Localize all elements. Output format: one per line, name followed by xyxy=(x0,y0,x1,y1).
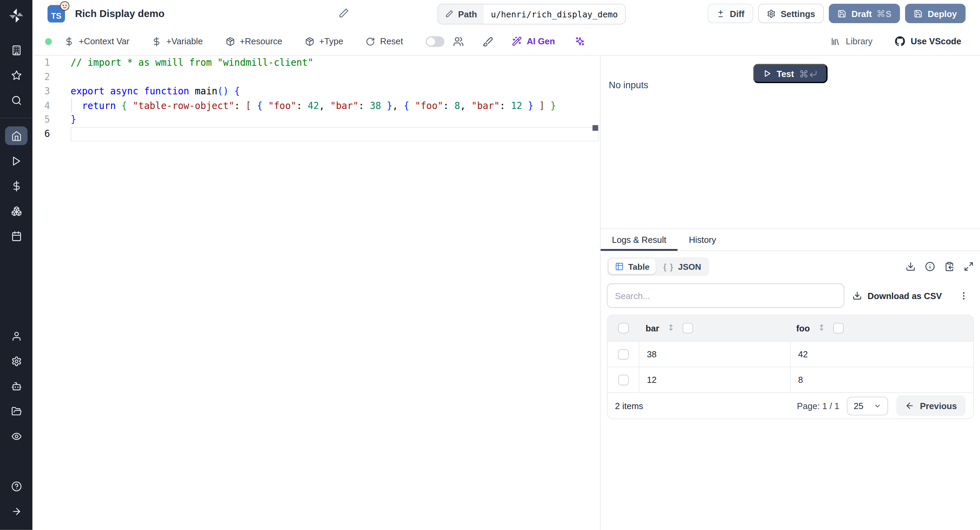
top-header: TS Rich Display demo Path u/henri/rich_ xyxy=(33,0,980,27)
ai-gen-button[interactable]: AI Gen xyxy=(512,37,555,46)
maximize-icon[interactable] xyxy=(964,262,974,271)
path-value: u/henri/rich_display_demo xyxy=(484,5,625,24)
sparkles-icon[interactable] xyxy=(575,37,585,46)
star-icon xyxy=(11,70,21,80)
column-select-checkbox[interactable] xyxy=(833,323,843,334)
row-checkbox[interactable] xyxy=(618,374,628,385)
code-line-4[interactable]: 4 return { "table-row-object": [ { "foo"… xyxy=(33,99,600,113)
settings-icon xyxy=(11,356,21,366)
result-tabs: Logs & Result History xyxy=(601,229,980,251)
gear-icon xyxy=(767,9,776,18)
draft-button[interactable]: Draft S xyxy=(829,4,900,23)
previous-page-button[interactable]: Previous xyxy=(896,396,966,416)
sidebar-item-folder-open[interactable] xyxy=(5,402,27,420)
sidebar-item-home[interactable] xyxy=(5,126,27,145)
settings-button[interactable]: Settings xyxy=(758,4,824,23)
sidebar-item-settings[interactable] xyxy=(5,351,27,370)
path-field[interactable]: Path u/henri/rich_display_demo xyxy=(438,4,625,24)
help-icon xyxy=(11,481,21,492)
code-line-6[interactable]: 6 xyxy=(33,127,600,141)
use-vscode-button[interactable]: Use VScode xyxy=(895,37,961,46)
toolbar-variable-button[interactable]: +Variable xyxy=(152,37,203,46)
sidebar-item-eye[interactable] xyxy=(5,427,27,445)
reset-icon xyxy=(366,37,375,46)
column-select-checkbox[interactable] xyxy=(682,323,693,334)
sidebar-item-help[interactable] xyxy=(5,477,27,496)
draft-shortcut: S xyxy=(877,8,891,18)
user-icon xyxy=(11,331,21,341)
editor-toolbar: +Context Var+Variable+Resource+TypeReset… xyxy=(33,27,980,56)
sidebar-item-building[interactable] xyxy=(5,40,27,59)
run-area: Test No inputs xyxy=(601,56,980,229)
sidebar-item-arrow-right[interactable] xyxy=(5,502,27,520)
cell-foo: 42 xyxy=(798,349,808,359)
line-number: 2 xyxy=(33,72,61,83)
download-icon[interactable] xyxy=(905,262,915,271)
page-indicator: Page: 1 / 1 xyxy=(797,401,839,410)
view-option-table[interactable]: Table xyxy=(609,259,656,274)
edit-summary-pencil-icon[interactable] xyxy=(338,8,349,19)
sidebar-item-boxes[interactable] xyxy=(5,201,27,220)
users-icon[interactable] xyxy=(453,36,463,47)
save-icon xyxy=(838,9,846,18)
deploy-button[interactable]: Deploy xyxy=(905,4,966,23)
windmill-logo-icon[interactable] xyxy=(8,8,24,24)
table-row: 128 xyxy=(608,367,973,392)
command-icon xyxy=(877,10,885,18)
page-title: Rich Display demo xyxy=(75,8,164,19)
code-line-2[interactable]: 2 xyxy=(33,70,600,84)
page-size-select[interactable]: 25 xyxy=(847,396,888,415)
select-all-checkbox[interactable] xyxy=(618,323,628,334)
test-shortcut xyxy=(800,69,818,78)
sidebar-item-calendar[interactable] xyxy=(5,227,27,245)
sidebar-item-bot[interactable] xyxy=(5,377,27,396)
sidebar-item-user[interactable] xyxy=(5,327,27,345)
package-icon xyxy=(225,37,235,46)
code-line-3[interactable]: 3export async function main() { xyxy=(33,84,600,99)
view-toggle: Table { } JSON xyxy=(607,257,709,276)
download-icon xyxy=(853,291,862,300)
download-csv-button[interactable]: Download as CSV xyxy=(853,291,942,300)
return-key-icon xyxy=(809,69,818,78)
test-button[interactable]: Test xyxy=(753,64,828,83)
code-line-1[interactable]: 1// import * as wmill from "windmill-cli… xyxy=(33,56,600,70)
sidebar-item-dollar[interactable] xyxy=(5,176,27,195)
status-dot xyxy=(45,38,52,45)
view-option-json[interactable]: { } JSON xyxy=(657,259,708,274)
toolbar-resource-button[interactable]: +Resource xyxy=(225,37,282,46)
run-result-panel: Test No inputs Logs & Result xyxy=(601,56,980,530)
code-line-5[interactable]: 5} xyxy=(33,113,600,127)
line-number: 1 xyxy=(33,57,61,69)
info-icon[interactable] xyxy=(925,262,935,271)
sidebar-item-star[interactable] xyxy=(5,66,27,85)
library-icon xyxy=(831,37,840,46)
diff-button[interactable]: Diff xyxy=(708,4,753,23)
search-input[interactable] xyxy=(607,283,844,308)
sidebar-item-search[interactable] xyxy=(5,91,27,109)
toolbar-reset-button[interactable]: Reset xyxy=(366,37,403,46)
tab-history[interactable]: History xyxy=(678,229,727,250)
row-checkbox[interactable] xyxy=(618,349,628,359)
tab-logs-result[interactable]: Logs & Result xyxy=(601,229,678,250)
bot-icon xyxy=(11,381,21,391)
more-options-kebab-icon[interactable] xyxy=(959,291,969,300)
dollar-icon xyxy=(11,180,21,191)
code-editor[interactable]: 1// import * as wmill from "windmill-cli… xyxy=(33,56,601,530)
format-brush-icon[interactable] xyxy=(482,36,493,47)
multiplayer-toggle[interactable] xyxy=(425,36,444,47)
toolbar-contextvar-button[interactable]: +Context Var xyxy=(64,37,129,46)
scrollbar-marker[interactable] xyxy=(592,125,598,131)
sidebar-item-play[interactable] xyxy=(5,151,27,170)
play-icon xyxy=(11,155,21,166)
sort-icon[interactable] xyxy=(667,324,675,333)
baby-emoji-icon xyxy=(60,2,69,11)
save-icon xyxy=(914,9,923,18)
github-icon xyxy=(895,37,905,46)
line-number: 5 xyxy=(33,114,61,125)
sort-icon[interactable] xyxy=(817,324,826,333)
clipboard-copy-icon[interactable] xyxy=(944,262,954,271)
no-inputs-label: No inputs xyxy=(609,79,648,90)
library-button[interactable]: Library xyxy=(831,37,873,46)
script-brand: TS Rich Display demo xyxy=(48,5,165,22)
toolbar-type-button[interactable]: +Type xyxy=(305,37,343,46)
